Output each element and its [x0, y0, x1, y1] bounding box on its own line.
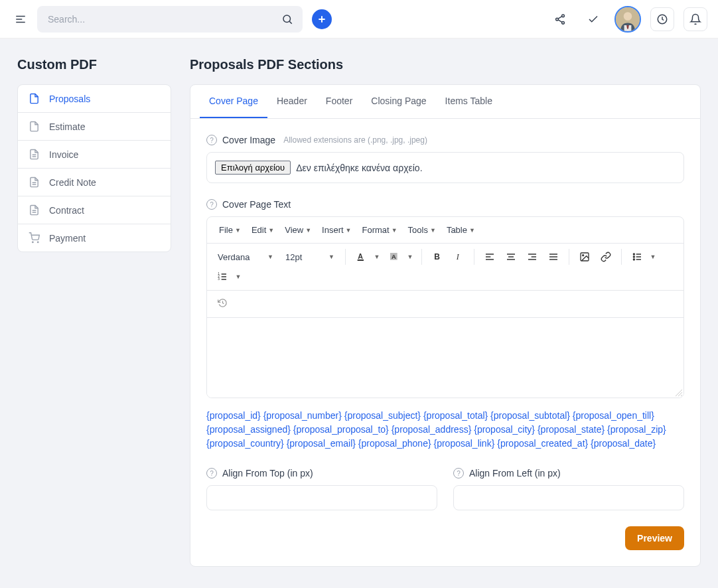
editor-toolbar: Verdana▼ 12pt▼ A ▼ A ▼ B I [207, 244, 683, 291]
tabs: Cover Page Header Footer Closing Page It… [190, 85, 700, 119]
align-top-input[interactable] [206, 485, 437, 510]
number-list-button[interactable]: 123 [212, 267, 232, 286]
svg-point-8 [556, 18, 559, 21]
bell-button[interactable] [683, 7, 707, 31]
help-icon[interactable]: ? [206, 199, 217, 210]
number-list-dropdown[interactable]: ▼ [232, 267, 244, 286]
search-input[interactable] [37, 6, 303, 33]
tab-items-table[interactable]: Items Table [436, 85, 502, 118]
image-button[interactable] [575, 248, 595, 266]
link-button[interactable] [596, 248, 616, 266]
restore-icon [218, 298, 228, 308]
svg-text:A: A [358, 252, 363, 260]
help-icon[interactable]: ? [206, 468, 217, 478]
sidebar-item-contract[interactable]: Contract [18, 196, 171, 224]
help-icon[interactable]: ? [453, 468, 464, 478]
bold-icon: B [432, 252, 443, 262]
svg-line-4 [289, 21, 291, 23]
align-left-icon [484, 252, 495, 262]
font-size-select[interactable]: 12pt▼ [280, 250, 340, 265]
sidebar-list: Proposals Estimate Invoice Credit Note C… [17, 84, 171, 252]
menu-toggle[interactable] [11, 9, 31, 29]
align-justify-button[interactable] [543, 248, 563, 266]
preview-button[interactable]: Preview [625, 526, 684, 550]
bullet-list-icon [632, 252, 642, 262]
restore-button[interactable] [212, 293, 232, 312]
menu-edit[interactable]: Edit▼ [248, 222, 278, 238]
tab-cover-page[interactable]: Cover Page [200, 85, 267, 118]
share-button[interactable] [548, 7, 572, 31]
align-right-button[interactable] [522, 248, 542, 266]
editor-body[interactable] [207, 318, 683, 398]
image-icon [579, 252, 590, 262]
file-blank-icon [29, 121, 40, 132]
align-left-button[interactable] [480, 248, 500, 266]
bell-icon [689, 13, 701, 25]
avatar[interactable] [614, 6, 641, 33]
sidebar-item-credit-note[interactable]: Credit Note [18, 169, 171, 196]
text-color-dropdown[interactable]: ▼ [371, 248, 383, 266]
no-file-text: Δεν επιλέχθηκε κανένα αρχείο. [296, 163, 422, 173]
cover-image-label-row: ? Cover Image Allowed extensions are (.p… [206, 135, 684, 145]
sidebar-item-label: Invoice [49, 149, 78, 160]
check-button[interactable] [581, 7, 605, 31]
file-input-box: Επιλογή αρχείου Δεν επιλέχθηκε κανένα αρ… [206, 152, 684, 183]
resize-grip-icon[interactable] [674, 388, 682, 396]
italic-button[interactable]: I [449, 248, 468, 266]
placeholder-tokens[interactable]: {proposal_id} {proposal_number} {proposa… [206, 409, 684, 451]
svg-point-43 [633, 254, 634, 255]
cover-image-label: Cover Image [222, 135, 275, 145]
menu-insert[interactable]: Insert▼ [318, 222, 355, 238]
svg-rect-24 [358, 259, 364, 261]
svg-point-7 [562, 14, 565, 17]
menu-format[interactable]: Format▼ [358, 222, 401, 238]
sidebar-item-label: Payment [49, 233, 86, 244]
align-top-label: Align From Top (in px) [222, 468, 313, 478]
cover-text-label: Cover Page Text [222, 199, 291, 210]
cart-icon [29, 232, 40, 244]
svg-point-47 [633, 259, 634, 260]
file-lines-icon [29, 149, 40, 160]
text-color-button[interactable]: A [351, 248, 371, 266]
sidebar-item-label: Credit Note [49, 177, 96, 188]
bg-color-dropdown[interactable]: ▼ [404, 248, 416, 266]
file-icon [29, 93, 40, 104]
align-center-button[interactable] [501, 248, 521, 266]
number-list-icon: 123 [217, 271, 228, 282]
tab-footer[interactable]: Footer [317, 85, 362, 118]
sidebar-title: Custom PDF [17, 57, 171, 72]
bg-color-button[interactable]: A [384, 248, 404, 266]
tab-header[interactable]: Header [267, 85, 317, 118]
svg-text:I: I [456, 252, 460, 261]
bold-button[interactable]: B [427, 248, 447, 266]
svg-point-9 [562, 21, 565, 24]
align-left-input[interactable] [453, 485, 684, 510]
sidebar-item-proposals[interactable]: Proposals [18, 85, 171, 113]
text-color-icon: A [356, 252, 366, 262]
page-title: Proposals PDF Sections [190, 57, 701, 72]
align-top-label-row: ? Align From Top (in px) [206, 468, 437, 478]
font-family-select[interactable]: Verdana▼ [212, 250, 279, 265]
menu-file[interactable]: File▼ [215, 222, 245, 238]
menu-table[interactable]: Table▼ [443, 222, 479, 238]
sidebar-item-estimate[interactable]: Estimate [18, 113, 171, 141]
main-panel: Cover Page Header Footer Closing Page It… [190, 84, 701, 567]
avatar-image [616, 7, 640, 31]
align-center-icon [506, 252, 516, 262]
rich-text-editor: File▼ Edit▼ View▼ Insert▼ Format▼ Tools▼… [206, 216, 684, 398]
bullet-list-button[interactable] [627, 248, 647, 266]
clock-button[interactable] [650, 7, 674, 31]
sidebar-item-payment[interactable]: Payment [18, 224, 171, 252]
sidebar-item-invoice[interactable]: Invoice [18, 141, 171, 169]
menu-tools[interactable]: Tools▼ [404, 222, 440, 238]
svg-line-11 [558, 19, 562, 21]
choose-file-button[interactable]: Επιλογή αρχείου [215, 161, 291, 175]
tab-closing-page[interactable]: Closing Page [362, 85, 435, 118]
menu-icon [15, 13, 27, 25]
menu-view[interactable]: View▼ [281, 222, 315, 238]
clock-icon [656, 13, 668, 25]
help-icon[interactable]: ? [206, 135, 217, 145]
svg-point-21 [33, 242, 33, 242]
add-button[interactable] [312, 9, 332, 29]
bullet-list-dropdown[interactable]: ▼ [647, 248, 659, 266]
